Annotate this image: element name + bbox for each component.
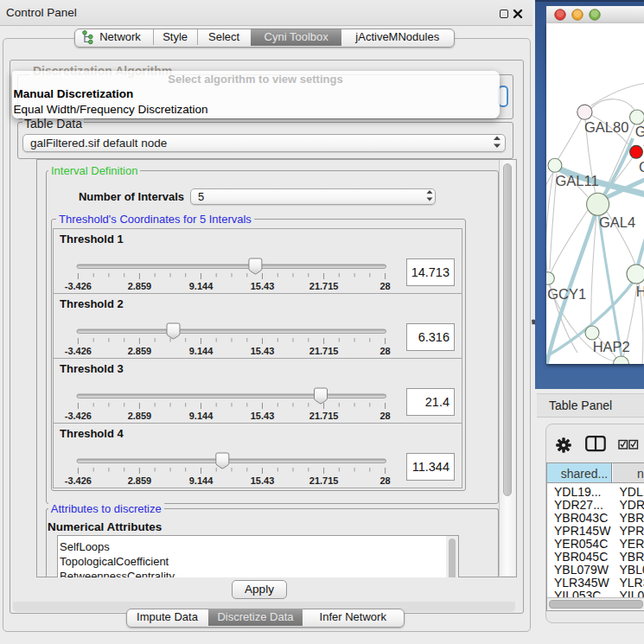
svg-text:HAP2: HAP2 — [592, 339, 629, 354]
svg-text:HI: HI — [635, 284, 644, 299]
svg-text:GCY1: GCY1 — [547, 286, 586, 302]
svg-text:GAL11: GAL11 — [555, 173, 598, 188]
svg-text:GAL80: GAL80 — [584, 119, 628, 135]
svg-text:GAL4: GAL4 — [598, 214, 634, 230]
svg-text:C: C — [639, 159, 644, 175]
svg-text:GA: GA — [634, 124, 644, 139]
